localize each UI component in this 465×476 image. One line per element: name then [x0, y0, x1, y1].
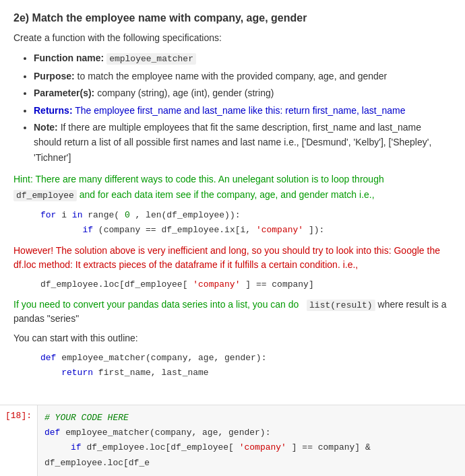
cell-label: [18]:: [0, 405, 37, 476]
hint-inline-code: df_employee: [13, 190, 77, 201]
loc-code-block: df_employee.loc[df_employee[ 'company' ]…: [40, 277, 452, 292]
hint-text-1: Hint: There are many different ways to c…: [13, 174, 384, 184]
list-item-function: Function name: employee_matcher: [34, 50, 452, 67]
however-text: However! The solution above is very inef…: [13, 245, 440, 270]
returns-value: The employee first_name and last_name li…: [75, 105, 405, 116]
return-keyword: return: [61, 368, 93, 378]
list-item-note: Note: If there are multiple employees th…: [34, 120, 452, 165]
label-purpose: Purpose:: [34, 71, 75, 81]
zero-literal: 0: [125, 210, 130, 220]
youcan-text: You can start with this outline:: [13, 333, 138, 343]
cell-line-def: def employee_matcher(company, age, gende…: [44, 426, 458, 440]
def-keyword: def: [40, 353, 56, 363]
list-item-returns: Returns: The employee first_name and las…: [34, 103, 452, 118]
list-item-params: Parameter(s): company (string), age (int…: [34, 86, 452, 100]
label-params: Parameter(s):: [34, 88, 94, 98]
hint-block: Hint: There are many different ways to c…: [13, 172, 452, 203]
ifyou-text-1: If you need to convert your pandas data …: [13, 299, 299, 310]
cell-line-if: if df_employee.loc[df_employee[ 'company…: [44, 440, 458, 470]
purpose-value: to match the employee name with the prov…: [78, 71, 388, 81]
company-str: 'company': [256, 225, 303, 235]
loop-line-1: for i in range( 0 , len(df_employee)):: [40, 208, 452, 223]
however-paragraph: However! The solution above is very inef…: [13, 244, 452, 272]
if-keyword: if: [82, 225, 93, 235]
hint-text-2: and for each data item see if the compan…: [80, 189, 375, 200]
list-item-purpose: Purpose: to match the employee name with…: [34, 69, 452, 83]
cell-line-blank: [44, 471, 458, 476]
outline-code-block: def employee_matcher(company, age, gende…: [40, 351, 452, 380]
spec-list: Function name: employee_matcher Purpose:…: [34, 50, 452, 165]
loc-prefix: df_employee.loc[df_employee[: [40, 279, 187, 290]
cell-line-comment: # YOUR CODE HERE: [44, 411, 458, 426]
label-returns: Returns:: [34, 105, 73, 116]
ifyou-paragraph: If you need to convert your pandas data …: [13, 298, 452, 327]
code-cell: [18]: # YOUR CODE HERE def employee_matc…: [0, 405, 465, 476]
list-inline-code: list(result): [307, 300, 375, 311]
youcan-paragraph: You can start with this outline:: [13, 331, 452, 345]
section-title: 2e) Match the employee name with company…: [13, 12, 452, 24]
loc-str: 'company': [193, 279, 240, 290]
loop-line-2: if (company == df_employee.ix[i, 'compan…: [40, 223, 452, 238]
note-value: If there are multiple employees that fit…: [34, 122, 431, 163]
loop-code-block: for i in range( 0 , len(df_employee)): i…: [40, 208, 452, 238]
outline-line-1: def employee_matcher(company, age, gende…: [40, 351, 452, 366]
label-function: Function name:: [34, 53, 104, 63]
main-content: 2e) Match the employee name with company…: [0, 0, 465, 398]
in-keyword: in: [72, 210, 83, 220]
label-note: Note:: [34, 122, 58, 133]
for-keyword: for: [40, 210, 56, 220]
intro-text: Create a function with the following spe…: [13, 31, 452, 45]
function-name-code: employee_matcher: [106, 53, 196, 65]
params-value: company (string), age (int), gender (str…: [97, 88, 274, 98]
cell-code-area[interactable]: # YOUR CODE HERE def employee_matcher(co…: [37, 405, 465, 476]
outline-line-2: return first_name, last_name: [40, 366, 452, 380]
